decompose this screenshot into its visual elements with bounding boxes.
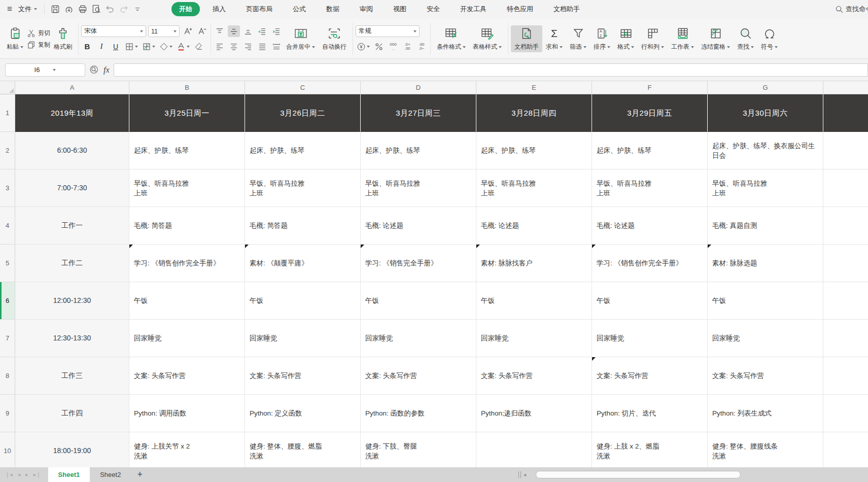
- cell-A8[interactable]: 工作三: [15, 357, 129, 395]
- tab-splitter[interactable]: ◂: [518, 467, 526, 482]
- prev-sheet-button[interactable]: ◂: [18, 471, 21, 478]
- col-header-C[interactable]: C: [245, 81, 361, 94]
- font-color-button[interactable]: [176, 41, 191, 52]
- filter-button[interactable]: 筛选: [566, 25, 590, 52]
- col-header-A[interactable]: A: [15, 81, 129, 94]
- save-button[interactable]: [49, 3, 62, 16]
- menu-tab-公式[interactable]: 公式: [285, 2, 314, 16]
- menu-tab-插入[interactable]: 插入: [205, 2, 233, 16]
- font-name-select[interactable]: 宋体: [81, 25, 146, 37]
- cell-B1[interactable]: 3月25日周一: [129, 94, 245, 132]
- last-sheet-button[interactable]: ▸❘: [33, 471, 41, 478]
- cell-C3[interactable]: 早饭、听喜马拉雅 上班: [245, 169, 361, 207]
- col-header-B[interactable]: B: [129, 81, 245, 94]
- cell-C4[interactable]: 毛概: 简答题: [245, 207, 361, 245]
- cell-C5[interactable]: 素材: 《颠覆平庸》: [245, 245, 361, 282]
- menu-tab-开始[interactable]: 开始: [171, 2, 200, 16]
- cell-H10-partial[interactable]: [823, 432, 868, 467]
- align-top-button[interactable]: [214, 25, 226, 37]
- cell-H8-partial[interactable]: [823, 357, 868, 395]
- cell-F3[interactable]: 早饭、听喜马拉雅 上班: [592, 169, 708, 207]
- cell-F8[interactable]: 文案: 头条写作营: [592, 357, 708, 395]
- print-preview-button[interactable]: [90, 3, 103, 16]
- cell-A10[interactable]: 18:00-19:00: [15, 432, 129, 467]
- decrease-indent-button[interactable]: [256, 25, 268, 37]
- cell-E1[interactable]: 3月28日周四: [476, 94, 592, 132]
- cell-E5[interactable]: 素材: 脉脉找客户: [476, 245, 592, 282]
- shading-button[interactable]: [141, 41, 156, 52]
- number-format-select[interactable]: 常规: [356, 25, 420, 37]
- sort-button[interactable]: AZ 排序: [590, 25, 614, 52]
- cell-H7-partial[interactable]: [823, 320, 868, 357]
- horizontal-scrollbar-thumb[interactable]: [536, 471, 741, 478]
- next-sheet-button[interactable]: ▸: [25, 471, 28, 478]
- conditional-format-button[interactable]: 条件格式: [433, 25, 469, 52]
- format-button[interactable]: 格式: [614, 25, 638, 52]
- cell-D5[interactable]: 学习: 《销售完全手册》: [361, 245, 476, 282]
- sum-button[interactable]: Σ 求和: [542, 25, 566, 52]
- fill-color-button[interactable]: [158, 41, 173, 52]
- cell-E2[interactable]: 起床、护肤、练琴: [476, 132, 592, 169]
- format-painter-button[interactable]: 格式刷: [50, 25, 76, 52]
- currency-button[interactable]: [356, 41, 371, 52]
- cell-H1-partial[interactable]: [823, 94, 868, 132]
- row-header-5[interactable]: 5: [0, 245, 15, 282]
- row-header-9[interactable]: 9: [0, 395, 15, 432]
- distribute-button[interactable]: [270, 41, 283, 52]
- cell-C6[interactable]: 午饭: [245, 282, 361, 320]
- menu-tab-审阅[interactable]: 审阅: [352, 2, 380, 16]
- cell-E7[interactable]: 回家睡觉: [476, 320, 592, 357]
- cell-B6[interactable]: 午饭: [129, 282, 245, 320]
- col-header-G[interactable]: G: [708, 81, 823, 94]
- row-header-6[interactable]: 6: [0, 282, 15, 320]
- italic-button[interactable]: I: [95, 41, 108, 52]
- cell-B2[interactable]: 起床、护肤、练琴: [129, 132, 245, 169]
- symbol-button[interactable]: 符号: [757, 25, 781, 52]
- formula-input[interactable]: [114, 63, 868, 77]
- align-middle-button[interactable]: [228, 25, 240, 37]
- cut-button[interactable]: 剪切: [27, 29, 50, 38]
- cell-F10[interactable]: 健身: 上肢 x 2、燃脂 洗漱: [592, 432, 708, 467]
- cell-A4[interactable]: 工作一: [15, 207, 129, 245]
- menu-tab-特色应用[interactable]: 特色应用: [499, 2, 541, 16]
- borders-button[interactable]: [124, 41, 139, 52]
- row-header-8[interactable]: 8: [0, 357, 15, 395]
- underline-button[interactable]: U: [110, 41, 122, 52]
- cell-G10[interactable]: 健身: 整体、腰腹线条 洗漱: [708, 432, 823, 467]
- scroll-left-icon[interactable]: ◂: [524, 472, 526, 477]
- cell-A1[interactable]: 2019年13周: [15, 94, 129, 132]
- cell-B4[interactable]: 毛概: 简答题: [129, 207, 245, 245]
- hamburger-menu-icon[interactable]: ≡: [4, 4, 15, 14]
- align-right-button[interactable]: [242, 41, 254, 52]
- cell-E10[interactable]: [476, 432, 592, 467]
- comma-style-button[interactable]: 000,: [387, 41, 399, 52]
- cell-H4-partial[interactable]: [823, 207, 868, 245]
- cell-B3[interactable]: 早饭、听喜马拉雅 上班: [129, 169, 245, 207]
- cell-F4[interactable]: 毛概: 论述题: [592, 207, 708, 245]
- cell-C1[interactable]: 3月26日周二: [245, 94, 361, 132]
- cell-H2-partial[interactable]: [823, 132, 868, 169]
- cell-G9[interactable]: Python: 列表生成式: [708, 395, 823, 432]
- cell-C2[interactable]: 起床、护肤、练琴: [245, 132, 361, 169]
- cell-F1[interactable]: 3月29日周五: [592, 94, 708, 132]
- percent-button[interactable]: [373, 41, 385, 52]
- add-sheet-button[interactable]: +: [131, 469, 149, 480]
- worksheet-button[interactable]: 工作表: [668, 25, 698, 52]
- freeze-panes-button[interactable]: 冻结窗格: [698, 25, 734, 52]
- print-button[interactable]: [76, 3, 90, 16]
- increase-decimal-button[interactable]: .0+.00: [401, 41, 413, 52]
- cell-H3-partial[interactable]: [823, 169, 868, 207]
- cell-D4[interactable]: 毛概: 论述题: [361, 207, 476, 245]
- cell-H9-partial[interactable]: [823, 395, 868, 432]
- justify-button[interactable]: [256, 41, 268, 52]
- col-header-partial[interactable]: [823, 81, 868, 94]
- file-menu[interactable]: 文件: [15, 3, 40, 16]
- cell-D6[interactable]: 午饭: [361, 282, 476, 320]
- cell-E6[interactable]: 午饭: [476, 282, 592, 320]
- menu-tab-页面布局[interactable]: 页面布局: [238, 2, 280, 16]
- find-button[interactable]: 查找: [734, 25, 757, 52]
- cell-D8[interactable]: 文案: 头条写作营: [361, 357, 476, 395]
- cell-F9[interactable]: Python: 切片、迭代: [592, 395, 708, 432]
- cell-H6-partial[interactable]: [823, 282, 868, 320]
- cell-A3[interactable]: 7:00-7:30: [15, 169, 129, 207]
